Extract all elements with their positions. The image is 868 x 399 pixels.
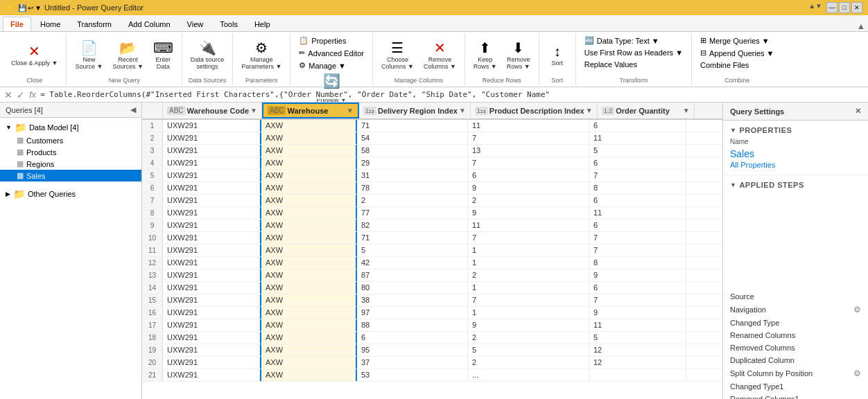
- sidebar-item-sales[interactable]: ▦ Sales: [0, 170, 141, 181]
- step-gear-icon[interactable]: ⚙: [853, 305, 861, 314]
- grid-cell: 1: [468, 282, 589, 294]
- col-filter-delivery[interactable]: ▼: [459, 107, 466, 114]
- combine-files-button[interactable]: Combine Files: [696, 60, 753, 71]
- close-button[interactable]: ✕: [851, 2, 862, 13]
- step-name: Changed Type: [730, 319, 779, 327]
- sidebar-item-products[interactable]: ▦ Products: [0, 146, 141, 158]
- applied-step-removed-columns[interactable]: Removed Columns: [723, 342, 868, 354]
- tab-file[interactable]: File: [3, 17, 31, 31]
- sales-label: Sales: [26, 172, 46, 180]
- sidebar-item-regions[interactable]: ▦ Regions: [0, 158, 141, 170]
- maximize-button[interactable]: □: [839, 2, 850, 13]
- ribbon-collapse[interactable]: ▲: [857, 21, 865, 31]
- remove-columns-button[interactable]: ✕ RemoveColumns ▼: [419, 38, 460, 73]
- col-filter-warehouse-code[interactable]: ▼: [250, 107, 257, 114]
- applied-step-navigation[interactable]: Navigation⚙: [723, 303, 868, 317]
- applied-step-removed-columns1[interactable]: Removed Columns1: [723, 393, 868, 400]
- tab-home[interactable]: Home: [33, 17, 68, 31]
- tab-add-column[interactable]: Add Column: [121, 17, 178, 31]
- table-row: 4UXW291AXW2976: [142, 157, 722, 170]
- formula-input[interactable]: = Table.ReorderColumns(#"Inserted First …: [40, 90, 864, 99]
- customers-label: Customers: [26, 136, 63, 145]
- manage-button[interactable]: ⚙ Manage ▼: [295, 60, 350, 71]
- formula-cancel-icon[interactable]: ✕: [4, 89, 12, 100]
- grid-cell: 37: [357, 357, 468, 369]
- grid-cell: ...: [468, 369, 589, 381]
- use-first-row-button[interactable]: Use First Row as Headers ▼: [580, 47, 687, 58]
- applied-step-changed-type1[interactable]: Changed Type1: [723, 380, 868, 393]
- manage-parameters-label: ManageParameters ▼: [241, 56, 281, 70]
- tab-help[interactable]: Help: [247, 17, 278, 31]
- grid-cell: UXW291: [163, 220, 260, 231]
- new-source-label: NewSource ▼: [75, 56, 103, 70]
- merge-queries-button[interactable]: ⊞ Merge Queries ▼: [696, 35, 774, 46]
- col-filter-product[interactable]: ▼: [586, 107, 593, 114]
- applied-step-split-column-by-position[interactable]: Split Column by Position⚙: [723, 366, 868, 380]
- settings-panel-header: Query Settings ✕: [723, 103, 868, 121]
- enter-data-button[interactable]: ⌨ EnterData: [149, 38, 177, 73]
- replace-values-button[interactable]: Replace Values: [580, 59, 641, 70]
- grid-cell: 11: [589, 319, 686, 331]
- col-filter-warehouse[interactable]: ▼: [347, 107, 354, 114]
- manage-columns-buttons: ☰ ChooseColumns ▼ ✕ RemoveColumns ▼: [377, 35, 460, 76]
- col-name-warehouse-code: Warehouse Code: [187, 107, 249, 115]
- enter-data-label: EnterData: [156, 56, 171, 70]
- query-group-data-model-header[interactable]: ▼ 📁 Data Model [4]: [0, 121, 141, 134]
- grid-cell: 7: [589, 232, 686, 244]
- minimize-button[interactable]: —: [826, 2, 837, 13]
- table-row: 14UXW291AXW8016: [142, 282, 722, 294]
- grid-cell: 82: [357, 220, 468, 231]
- data-type-button[interactable]: 🔤 Data Type: Text ▼: [580, 35, 663, 46]
- sort-button[interactable]: ↕ Sort: [544, 42, 571, 69]
- table-icon-regions: ▦: [17, 159, 24, 168]
- col-filter-order-qty[interactable]: ▼: [683, 107, 690, 114]
- close-apply-button[interactable]: ✕ Close & Apply ▼: [7, 42, 62, 69]
- applied-step-changed-type[interactable]: Changed Type: [723, 317, 868, 329]
- table-row: 21UXW291AXW53...: [142, 369, 722, 382]
- row-number: 7: [142, 195, 163, 206]
- tab-transform[interactable]: Transform: [69, 17, 119, 31]
- keep-rows-button[interactable]: ⬆ KeepRows ▼: [469, 38, 501, 73]
- query-group-other-header[interactable]: ▶ 📁 Other Queries: [0, 187, 141, 201]
- table-row: 9UXW291AXW82116: [142, 220, 722, 232]
- grid-cell: AXW: [260, 207, 357, 219]
- new-query-group-label: New Query: [109, 76, 140, 84]
- applied-step-duplicated-column[interactable]: Duplicated Column: [723, 354, 868, 366]
- ribbon-group-new-query: 📄 NewSource ▼ 📂 RecentSources ▼ ⌨ EnterD…: [67, 33, 182, 85]
- tab-tools[interactable]: Tools: [212, 17, 245, 31]
- step-gear-icon[interactable]: ⚙: [853, 369, 861, 378]
- all-properties-link[interactable]: All Properties: [730, 161, 775, 169]
- combine-group-label: Combine: [724, 76, 749, 84]
- table-row: 11UXW291AXW517: [142, 245, 722, 257]
- tab-view[interactable]: View: [180, 17, 211, 31]
- new-source-button[interactable]: 📄 NewSource ▼: [71, 38, 107, 73]
- row-number: 19: [142, 344, 163, 356]
- table-row: 8UXW291AXW77911: [142, 207, 722, 220]
- queries-panel-collapse[interactable]: ◀: [130, 105, 136, 114]
- applied-step-renamed-columns[interactable]: Renamed Columns: [723, 329, 868, 342]
- grid-cell: 5: [468, 344, 589, 356]
- manage-parameters-button[interactable]: ⚙ ManageParameters ▼: [237, 38, 286, 73]
- grid-cell: 1: [468, 245, 589, 256]
- query-name-value: Sales: [730, 147, 861, 161]
- row-number: 12: [142, 257, 163, 269]
- sort-buttons: ↕ Sort: [544, 35, 571, 76]
- name-field-label: Name: [730, 138, 749, 145]
- grid-cell: 7: [589, 245, 686, 256]
- recent-sources-button[interactable]: 📂 RecentSources ▼: [108, 38, 147, 73]
- remove-rows-button[interactable]: ⬇ RemoveRows ▼: [503, 38, 535, 73]
- sidebar-item-customers[interactable]: ▦ Customers: [0, 134, 141, 146]
- choose-columns-button[interactable]: ☰ ChooseColumns ▼: [377, 38, 418, 73]
- merge-queries-icon: ⊞: [700, 36, 706, 45]
- applied-step-source[interactable]: Source: [723, 290, 868, 303]
- formula-accept-icon[interactable]: ✓: [17, 89, 25, 100]
- parameters-icon: ⚙: [255, 41, 268, 55]
- data-source-settings-button[interactable]: 🔌 Data sourcesettings: [186, 38, 229, 73]
- append-queries-button[interactable]: ⊟ Append Queries ▼: [696, 47, 778, 59]
- refresh-preview-button[interactable]: 🔄 RefreshPreview ▼: [312, 71, 350, 106]
- properties-button[interactable]: 📋 Properties: [295, 35, 350, 46]
- grid-cell: 2: [468, 269, 589, 281]
- advanced-editor-button[interactable]: ✏ Advanced Editor: [295, 47, 368, 59]
- row-number: 13: [142, 269, 163, 281]
- settings-panel-close[interactable]: ✕: [855, 107, 861, 116]
